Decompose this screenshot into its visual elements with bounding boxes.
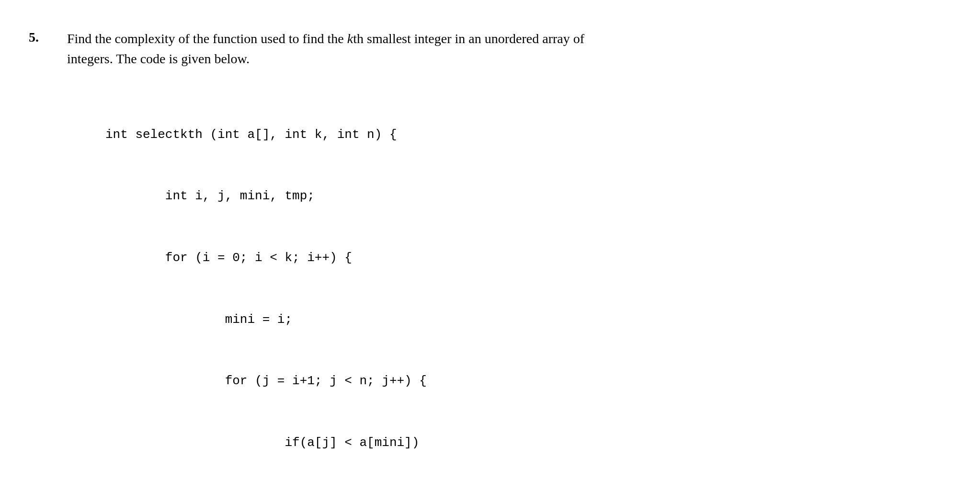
code-block: int selectkth (int a[], int k, int n) { … [105, 83, 951, 481]
code-line-2: int i, j, mini, tmp; [105, 186, 951, 206]
question-number: 5. [29, 29, 67, 45]
question-text: Find the complexity of the function used… [67, 29, 951, 69]
code-line-4: mini = i; [105, 309, 951, 330]
question-k-variable: k [347, 31, 353, 46]
code-line-5: for (j = i+1; j < n; j++) { [105, 371, 951, 391]
code-line-6: if(a[j] < a[mini]) [105, 433, 951, 453]
question-text-part2: th smallest integer in an unordered arra… [353, 31, 584, 46]
question-content: Find the complexity of the function used… [67, 29, 951, 481]
code-line-3: for (i = 0; i < k; i++) { [105, 248, 951, 268]
page-container: 5. Find the complexity of the function u… [29, 19, 951, 481]
question-text-part1: Find the complexity of the function used… [67, 31, 347, 46]
code-line-1: int selectkth (int a[], int k, int n) { [105, 125, 951, 145]
question-block: 5. Find the complexity of the function u… [29, 29, 951, 481]
question-text-line2: integers. The code is given below. [67, 51, 250, 66]
